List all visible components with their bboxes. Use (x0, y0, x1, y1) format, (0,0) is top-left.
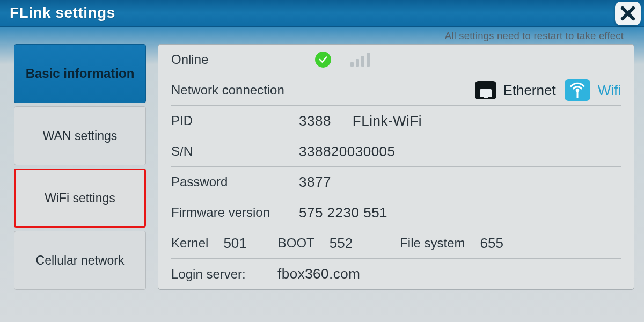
kernel-label: Kernel (171, 236, 208, 251)
sidebar-item-wifi[interactable]: WiFi settings (14, 169, 146, 228)
close-icon (620, 5, 636, 21)
row-system: Kernel 501 BOOT 552 File system 655 (171, 228, 621, 259)
sidebar-item-label: Basic information (26, 66, 135, 81)
password-value: 3877 (299, 174, 331, 191)
boot-label: BOOT (278, 236, 314, 251)
pid-value-group: 3388 FLink-WiFi (299, 113, 422, 129)
close-button[interactable] (615, 2, 641, 25)
restart-notice: All settings need to restart to take eff… (0, 27, 644, 44)
row-password: Password 3877 (171, 167, 621, 197)
row-network-connection: Network connection Ethernet Wifi (171, 75, 621, 106)
firmware-label: Firmware version (171, 205, 289, 220)
sn-label: S/N (171, 144, 289, 159)
firmware-value: 575 2230 551 (299, 204, 387, 221)
sn-value: 338820030005 (299, 143, 396, 160)
content-area: Basic information WAN settings WiFi sett… (0, 44, 644, 295)
svg-point-0 (576, 89, 579, 91)
sidebar-item-wan[interactable]: WAN settings (14, 106, 146, 165)
row-login-server: Login server: fbox360.com (171, 259, 621, 289)
login-label: Login server: (171, 267, 268, 282)
main-panel: Online Network connection Ethernet (158, 44, 634, 290)
sidebar-item-label: Cellular network (36, 253, 125, 268)
window-header: FLink settings (0, 0, 644, 27)
sidebar-item-label: WAN settings (43, 129, 117, 143)
fs-label: File system (400, 236, 465, 251)
row-online: Online (171, 45, 621, 75)
row-firmware: Firmware version 575 2230 551 (171, 197, 621, 228)
boot-value: 552 (330, 235, 353, 252)
fs-value: 655 (480, 235, 503, 252)
online-label: Online (171, 52, 289, 67)
window-title: FLink settings (10, 4, 115, 21)
login-value: fbox360.com (277, 266, 360, 282)
checkmark-icon (318, 55, 328, 64)
netconn-label: Network connection (171, 83, 311, 98)
wifi-label: Wifi (598, 82, 621, 99)
sidebar: Basic information WAN settings WiFi sett… (14, 44, 146, 290)
netconn-options: Ethernet Wifi (475, 79, 621, 101)
wifi-icon[interactable] (565, 79, 590, 101)
password-label: Password (171, 174, 289, 189)
sidebar-item-basic-info[interactable]: Basic information (14, 44, 146, 103)
row-sn: S/N 338820030005 (171, 136, 621, 167)
kernel-value: 501 (223, 235, 246, 252)
pid-value: 3388 (299, 113, 331, 129)
pid-label: PID (171, 113, 289, 128)
online-status-icon (315, 52, 331, 68)
sidebar-item-cellular[interactable]: Cellular network (14, 231, 146, 290)
pid-model: FLink-WiFi (353, 113, 422, 129)
ethernet-icon[interactable] (475, 81, 496, 99)
signal-strength-icon (350, 53, 370, 67)
row-pid: PID 3388 FLink-WiFi (171, 106, 621, 136)
sidebar-item-label: WiFi settings (45, 191, 115, 206)
ethernet-label: Ethernet (503, 82, 555, 99)
